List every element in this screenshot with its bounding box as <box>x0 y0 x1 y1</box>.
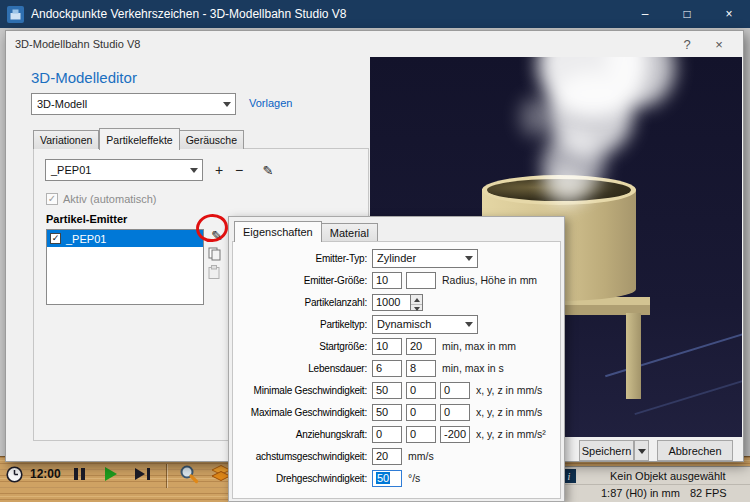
chevron-down-icon <box>460 316 477 333</box>
pause-button[interactable] <box>68 464 92 484</box>
field-hint: mm/s <box>408 450 434 462</box>
dialog-title: 3D-Modellbahn Studio V8 <box>15 38 671 50</box>
particle-effect-select[interactable]: _PEP01 <box>45 159 203 181</box>
emitter-size-radius-input[interactable]: 10 <box>372 272 402 289</box>
form-row: Partikelanzahl: 1000 <box>239 293 560 311</box>
partikeltyp-select[interactable]: Dynamisch <box>372 315 478 334</box>
dialog-help-button[interactable]: ? <box>671 37 703 52</box>
editor-tabs: Variationen Partikeleffekte Geräusche <box>33 127 244 149</box>
pause-icon <box>74 468 85 480</box>
form-row: Emitter-Typ: Zylinder <box>239 249 560 267</box>
close-button[interactable]: × <box>708 0 750 28</box>
emitter-size-height-input[interactable] <box>406 272 436 289</box>
field-hint: min, max in s <box>442 362 504 374</box>
aktiv-checkbox[interactable]: ✓ <box>46 193 58 205</box>
app-icon <box>7 6 24 23</box>
tab-geraeusche[interactable]: Geräusche <box>180 130 244 149</box>
smoke-plume <box>520 97 550 137</box>
properties-tabs: Eigenschaften Material <box>234 220 378 241</box>
tab-variationen[interactable]: Variationen <box>33 130 99 149</box>
field-hint: min, max in mm <box>442 340 516 352</box>
anziehungskraft-y-input[interactable]: 0 <box>406 426 436 443</box>
copy-emitter-button[interactable] <box>208 247 221 263</box>
field-hint: x, y, z in mm/s² <box>476 428 546 440</box>
min-geschwindigkeit-z-input[interactable]: 0 <box>440 382 470 399</box>
tab-partikeleffekte[interactable]: Partikeleffekte <box>99 128 179 150</box>
lebensdauer-max-input[interactable]: 8 <box>406 360 436 377</box>
min-geschwindigkeit-x-input[interactable]: 50 <box>372 382 402 399</box>
form-row: Emitter-Größe: 10 Radius, Höhe in mm <box>239 271 560 289</box>
spinner-buttons[interactable] <box>410 294 423 311</box>
startgroesse-min-input[interactable]: 10 <box>372 338 402 355</box>
form-row: achstumsgeschwindigkeit: 20 mm/s <box>239 447 560 465</box>
emitter-item-label: _PEP01 <box>66 233 106 245</box>
wachstumsgeschwindigkeit-input[interactable]: 20 <box>372 448 402 465</box>
field-label: Lebensdauer: <box>239 363 367 374</box>
anziehungskraft-z-input[interactable]: -200 <box>440 426 470 443</box>
emitter-typ-select[interactable]: Zylinder <box>372 249 478 268</box>
max-geschwindigkeit-y-input[interactable]: 0 <box>406 404 436 421</box>
cancel-button[interactable]: Abbrechen <box>657 440 733 461</box>
status-bar: i Kein Objekt ausgewählt 1:87 (H0) in mm… <box>557 466 750 502</box>
toolbar-separator <box>166 464 167 488</box>
emitter-listbox[interactable]: ✓ _PEP01 <box>46 229 204 305</box>
max-geschwindigkeit-z-input[interactable]: 0 <box>440 404 470 421</box>
form-row: Partikeltyp: Dynamisch <box>239 315 560 333</box>
field-label: Maximale Geschwindigkeit: <box>239 407 367 418</box>
remove-effect-button[interactable]: − <box>230 161 248 179</box>
field-label: Partikelanzahl: <box>239 297 367 308</box>
form-row: Lebensdauer: 6 8 min, max in s <box>239 359 560 377</box>
form-row: Startgröße: 10 20 min, max in mm <box>239 337 560 355</box>
spin-up-icon[interactable] <box>411 295 422 305</box>
form-row: Minimale Geschwindigkeit: 50 0 0 x, y, z… <box>239 381 560 399</box>
properties-form: Emitter-Typ: Zylinder Emitter-Größe: 10 … <box>232 241 561 499</box>
add-effect-button[interactable]: + <box>210 161 228 179</box>
field-label: Anziehungskraft: <box>239 429 367 440</box>
save-button[interactable]: Speichern <box>579 440 634 461</box>
copy-icon <box>208 247 221 261</box>
lebensdauer-min-input[interactable]: 6 <box>372 360 402 377</box>
magnifier-icon <box>179 464 199 484</box>
field-label: Minimale Geschwindigkeit: <box>239 385 367 396</box>
clock-icon <box>6 464 23 484</box>
max-geschwindigkeit-x-input[interactable]: 50 <box>372 404 402 421</box>
field-label: achstumsgeschwindigkeit: <box>239 451 367 462</box>
min-geschwindigkeit-y-input[interactable]: 0 <box>406 382 436 399</box>
particle-count-stepper[interactable]: 1000 <box>372 294 423 311</box>
form-row: Anziehungskraft: 0 0 -200 x, y, z in mm/… <box>239 425 560 443</box>
model-select[interactable]: 3D-Modell <box>31 93 236 115</box>
time-display: 12:00 <box>30 464 61 484</box>
tab-material[interactable]: Material <box>322 223 378 241</box>
maximize-button[interactable]: □ <box>666 0 708 28</box>
startgroesse-max-input[interactable]: 20 <box>406 338 436 355</box>
drehgeschwindigkeit-input[interactable]: 50 <box>372 470 402 487</box>
status-row-selection: i Kein Objekt ausgewählt <box>558 467 750 485</box>
play-button[interactable] <box>99 464 123 484</box>
emitter-item-checkbox[interactable]: ✓ <box>50 233 61 244</box>
step-forward-button[interactable] <box>130 464 156 484</box>
aktiv-checkbox-label: Aktiv (automatisch) <box>63 193 157 205</box>
field-hint: °/s <box>408 472 420 484</box>
rename-effect-button[interactable]: ✎ <box>259 161 277 179</box>
form-row: Drehgeschwindigkeit: 50 °/s <box>239 469 560 487</box>
step-forward-icon <box>135 468 150 480</box>
field-label: Partikeltyp: <box>239 319 367 330</box>
vorlagen-link[interactable]: Vorlagen <box>249 97 292 109</box>
anziehungskraft-x-input[interactable]: 0 <box>372 426 402 443</box>
tab-eigenschaften[interactable]: Eigenschaften <box>234 221 322 242</box>
list-item[interactable]: ✓ _PEP01 <box>47 230 203 247</box>
paste-emitter-button[interactable] <box>208 265 220 281</box>
spin-down-icon[interactable] <box>411 305 422 314</box>
status-scale-text: 1:87 (H0) in mm <box>601 487 680 499</box>
zoom-button[interactable] <box>177 464 201 484</box>
chevron-down-icon <box>185 160 202 180</box>
field-hint: x, y, z in mm/s <box>476 406 542 418</box>
chevron-down-icon <box>218 94 235 114</box>
field-label: Emitter-Typ: <box>239 253 367 264</box>
field-hint: Radius, Höhe in mm <box>442 274 537 286</box>
status-row-scale: 1:87 (H0) in mm 82 FPS <box>558 485 750 502</box>
window-title: Andockpunkte Verkehrszeichen - 3D-Modell… <box>31 7 624 21</box>
dialog-close-button[interactable]: × <box>703 37 735 52</box>
save-dropdown-button[interactable] <box>634 440 649 461</box>
minimize-button[interactable]: – <box>624 0 666 28</box>
